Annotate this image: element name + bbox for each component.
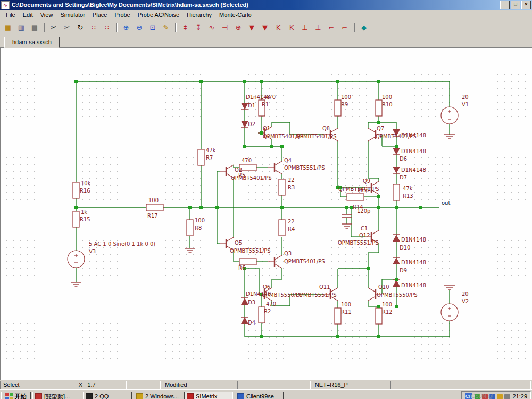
language-indicator[interactable]: CH <box>465 393 472 399</box>
menu-item-hierarchy[interactable]: Hierarchy <box>183 11 215 19</box>
menu-item-simulator[interactable]: Simulator <box>56 11 88 19</box>
taskbar-button-[interactable]: [雙螢動]... <box>32 392 81 399</box>
resistor-R11[interactable] <box>335 308 341 324</box>
tab-hdam-sa[interactable]: hdam-sa.sxsch <box>4 37 60 48</box>
resistor-R16[interactable] <box>73 182 79 198</box>
bracket-probe-2-icon[interactable]: ⌐ <box>338 22 351 34</box>
diode-D6[interactable] <box>393 148 400 155</box>
junction <box>74 206 78 209</box>
schematic-label: R12 <box>382 309 393 315</box>
resistor-R13[interactable] <box>393 184 400 200</box>
menu-item-place[interactable]: Place <box>89 11 111 19</box>
zoom-area-icon[interactable]: ⊡ <box>146 22 159 34</box>
resistor-R7[interactable] <box>198 149 204 165</box>
tray-icon-1[interactable] <box>475 394 480 399</box>
ground-symbol <box>444 135 455 139</box>
menu-item-probe[interactable]: Probe <box>111 11 134 19</box>
junction <box>377 80 380 83</box>
save-icon[interactable]: ▥ <box>15 22 28 34</box>
schematic-canvas[interactable]: 10kR161kR155 AC 1 0 Sine(0 1 1k 0 0)V310… <box>0 48 532 380</box>
cut-icon[interactable]: ✂ <box>47 22 60 34</box>
place-ground-icon[interactable]: ↧ <box>192 22 205 34</box>
start-button[interactable]: 开始 <box>1 392 31 399</box>
taskbar-clock: 21:29 <box>512 393 527 399</box>
status-modified: Modified <box>162 381 236 389</box>
place-sine-source-icon[interactable]: ∿ <box>205 22 218 34</box>
voltage-probe-icon[interactable]: ▼ <box>245 22 258 34</box>
resistor-R14[interactable] <box>347 194 364 200</box>
resistor-R3[interactable] <box>279 179 285 195</box>
zoom-out-icon[interactable]: ⊖ <box>133 22 146 34</box>
current-probe-icon[interactable]: ▼ <box>259 22 271 34</box>
new-sheet-icon[interactable]: ▤ <box>28 22 41 34</box>
resistor-R6[interactable] <box>239 259 256 265</box>
task-app-icon <box>237 393 244 399</box>
menu-item-probe-ac-noise[interactable]: Probe AC/Noise <box>134 11 183 19</box>
junction <box>367 267 370 270</box>
tray-icon-2[interactable] <box>482 394 488 399</box>
maximize-button[interactable]: □ <box>511 1 520 9</box>
tray-icon-5[interactable] <box>504 394 510 399</box>
title-bar[interactable]: ∿ C:\Documents and Settings\Biglee\My Do… <box>0 0 532 10</box>
tray-icon-3[interactable] <box>489 394 495 399</box>
taskbar-button-2-qq[interactable]: 2 QQ <box>83 392 132 399</box>
zoom-in-icon[interactable]: ⊕ <box>120 22 132 34</box>
diode-D2[interactable] <box>241 121 248 128</box>
diode-D3[interactable] <box>241 298 248 305</box>
diode-D10[interactable] <box>393 235 400 242</box>
schematic-label: C1 <box>361 226 368 231</box>
open-icon[interactable]: ▦ <box>2 22 14 34</box>
resistor-R15[interactable] <box>73 211 79 227</box>
resistor-R12[interactable] <box>376 308 382 324</box>
resistor-R10[interactable] <box>376 100 382 116</box>
transistor-Q4[interactable] <box>268 161 282 174</box>
bracket-probe-1-icon[interactable]: ⌐ <box>325 22 338 34</box>
diode-D1[interactable] <box>241 103 248 110</box>
tray-icon-4[interactable] <box>497 394 503 399</box>
toolbar-separator <box>44 23 45 32</box>
annotate-pen-icon[interactable]: ✎ <box>160 22 172 34</box>
run-simulation-icon[interactable]: ◆ <box>358 22 370 34</box>
menu-item-monte-carlo[interactable]: Monte-Carlo <box>215 11 255 19</box>
resistor-R8[interactable] <box>187 220 193 236</box>
phase-probe-icon[interactable]: K <box>285 22 298 34</box>
copy-icon[interactable]: ✂ <box>61 22 73 34</box>
source-V1[interactable] <box>441 107 458 124</box>
bus-mode-icon[interactable]: ∷ <box>101 22 113 34</box>
schematic-label: D1 <box>248 103 255 109</box>
diode-D4[interactable] <box>241 317 248 324</box>
diode-D7[interactable] <box>393 167 400 173</box>
source-V2[interactable] <box>441 304 458 321</box>
taskbar-button-2-windows[interactable]: 2 Windows... <box>134 392 182 399</box>
taskbar-button-simetrix[interactable]: SIMetrix <box>184 392 233 399</box>
ground-symbol <box>444 286 455 290</box>
undo-icon[interactable]: ↻ <box>74 22 87 34</box>
place-wire-icon[interactable]: ‡ <box>179 22 192 34</box>
resistor-R17[interactable] <box>146 204 163 211</box>
resistor-R4[interactable] <box>279 220 285 236</box>
menu-item-edit[interactable]: Edit <box>19 11 37 19</box>
schematic-label: 10k <box>81 180 91 186</box>
schematic-label: QPMBT5401/PS <box>296 134 337 139</box>
resistor-R9[interactable] <box>335 100 341 116</box>
close-button[interactable]: × <box>521 1 531 9</box>
wire-mode-icon[interactable]: ∷ <box>87 22 100 34</box>
schematic-drawing[interactable]: 10kR161kR155 AC 1 0 Sine(0 1 1k 0 0)V310… <box>0 48 532 380</box>
probe-diff-icon[interactable]: ⊥ <box>312 22 325 34</box>
place-capacitor-icon[interactable]: ⊣ <box>219 22 231 34</box>
schematic-label: R4 <box>288 226 295 232</box>
junction <box>395 305 398 308</box>
menu-item-view[interactable]: View <box>37 11 57 19</box>
taskbar-button-client99se[interactable]: Client99se <box>235 392 284 399</box>
diode-D9[interactable] <box>393 257 400 264</box>
source-V3[interactable] <box>68 251 85 268</box>
minimize-button[interactable]: _ <box>500 1 510 9</box>
gain-probe-icon[interactable]: K <box>272 22 285 34</box>
transistor-Q3[interactable] <box>268 255 282 268</box>
place-voltage-source-icon[interactable]: ⊕ <box>232 22 245 34</box>
schematic-label: D1N4148 <box>401 167 426 173</box>
capacitor-C1[interactable] <box>342 214 352 218</box>
status-bar: SelectX 1.7ModifiedNET=R16_P <box>0 380 532 389</box>
menu-item-file[interactable]: File <box>2 11 19 19</box>
probe-fixed-icon[interactable]: ⊥ <box>298 22 311 34</box>
